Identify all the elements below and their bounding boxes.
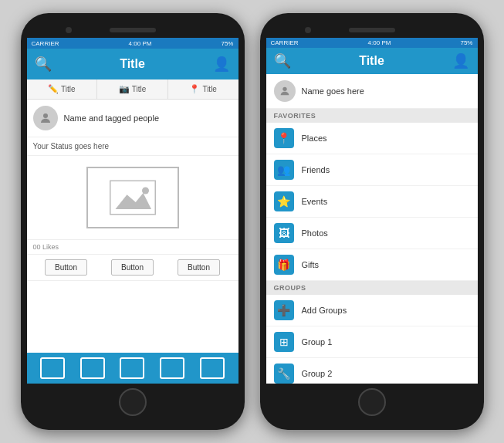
search-icon-1[interactable]: 🔍 [35, 56, 52, 73]
action-btn-2[interactable]: Button [111, 259, 154, 276]
photos-label: Photos [302, 228, 328, 238]
avatar-2 [274, 80, 296, 102]
status-bar-2: CARRIER 4:00 PM 75% [266, 38, 478, 48]
carrier-1: CARRIER [32, 40, 59, 47]
post-area: Name and tagged people [27, 100, 238, 137]
events-icon: ⭐ [274, 191, 294, 211]
group2-icon: 🔧 [274, 364, 294, 384]
image-placeholder [86, 167, 179, 228]
svg-point-4 [282, 87, 286, 91]
menu-group1[interactable]: ⊞ Group 1 [266, 326, 478, 358]
friends-label: Friends [302, 165, 330, 174]
tab-photo[interactable]: 📷 Title [97, 79, 168, 99]
avatar-1 [33, 106, 58, 130]
menu-photos[interactable]: 🖼 Photos [266, 218, 478, 249]
menu-profile: Name goes here [266, 74, 478, 109]
location-icon: 📍 [189, 84, 200, 94]
battery-1: 75% [221, 40, 233, 47]
action-buttons: Button Button Button [27, 255, 238, 281]
search-icon-2[interactable]: 🔍 [274, 52, 291, 69]
menu-add-groups[interactable]: ➕ Add Groups [266, 295, 478, 326]
bottom-tab-4[interactable] [160, 357, 184, 379]
tab-edit[interactable]: ✏️ Title [27, 79, 98, 99]
tab-location[interactable]: 📍 Title [168, 79, 238, 99]
nav-title-2: Title [359, 54, 384, 68]
nav-bar-1: 🔍 Title 👤 [27, 49, 238, 79]
bottom-tab-2[interactable] [80, 357, 105, 379]
bottom-tab-5[interactable] [200, 357, 225, 379]
phone-1: CARRIER 4:00 PM 75% 🔍 Title 👤 ✏️ Title 📷… [21, 13, 245, 430]
menu-places[interactable]: 📍 Places [266, 123, 478, 154]
phone-2: CARRIER 4:00 PM 75% 🔍 Title 👤 Name goes … [260, 13, 484, 430]
add-groups-icon: ➕ [274, 300, 294, 320]
status-bar-1: CARRIER 4:00 PM 75% [27, 38, 238, 49]
section-groups: GROUPS [266, 281, 478, 295]
profile-icon-1[interactable]: 👤 [213, 56, 230, 73]
photos-icon: 🖼 [274, 223, 294, 243]
profile-name: Name goes here [302, 86, 364, 96]
action-btn-3[interactable]: Button [178, 259, 220, 276]
menu-friends[interactable]: 👥 Friends [266, 154, 478, 186]
status-text: Your Status goes here [27, 137, 238, 156]
camera-icon: 📷 [119, 84, 130, 94]
nav-bar-2: 🔍 Title 👤 [266, 48, 478, 74]
bottom-tab-3[interactable] [120, 357, 144, 379]
phone-bottom-2 [266, 384, 478, 421]
gifts-icon: 🎁 [274, 255, 294, 275]
section-favorites: FAVORITES [266, 109, 478, 123]
bottom-tab-1[interactable] [40, 357, 65, 379]
phone-bottom-1 [27, 384, 238, 421]
action-btn-1[interactable]: Button [45, 259, 87, 276]
screen-1: CARRIER 4:00 PM 75% 🔍 Title 👤 ✏️ Title 📷… [27, 38, 238, 384]
edit-icon: ✏️ [48, 84, 59, 94]
camera-2 [305, 27, 311, 33]
group1-label: Group 1 [302, 337, 333, 347]
bottom-tab-bar-1 [27, 353, 238, 384]
profile-icon-2[interactable]: 👤 [452, 52, 469, 69]
post-name: Name and tagged people [64, 113, 160, 123]
speaker-1 [110, 28, 156, 32]
svg-point-0 [43, 113, 48, 118]
phone-top-2 [266, 22, 478, 38]
places-label: Places [302, 134, 327, 143]
events-label: Events [302, 197, 328, 206]
tab-label-2: Title [132, 85, 147, 93]
likes-bar: 00 Likes [27, 239, 238, 255]
battery-2: 75% [460, 39, 472, 46]
home-button-1[interactable] [119, 388, 147, 416]
speaker-2 [349, 28, 395, 32]
group1-icon: ⊞ [274, 332, 294, 352]
add-groups-label: Add Groups [302, 306, 347, 315]
carrier-2: CARRIER [271, 39, 299, 46]
group2-label: Group 2 [302, 369, 333, 378]
time-1: 4:00 PM [129, 40, 152, 47]
svg-point-3 [142, 188, 149, 194]
screen-2: CARRIER 4:00 PM 75% 🔍 Title 👤 Name goes … [266, 38, 478, 384]
tab-label-3: Title [202, 85, 217, 93]
camera-1 [66, 27, 72, 33]
tab-label-1: Title [61, 85, 76, 93]
menu-events[interactable]: ⭐ Events [266, 186, 478, 218]
friends-icon: 👥 [274, 160, 294, 180]
menu-group2[interactable]: 🔧 Group 2 [266, 358, 478, 384]
places-icon: 📍 [274, 128, 294, 148]
tab-bar-1: ✏️ Title 📷 Title 📍 Title [27, 79, 238, 100]
menu-gifts[interactable]: 🎁 Gifts [266, 249, 478, 281]
home-button-2[interactable] [358, 388, 386, 416]
phone-top-1 [27, 22, 238, 38]
svg-rect-1 [110, 181, 155, 215]
nav-title-1: Title [120, 57, 145, 71]
time-2: 4:00 PM [368, 39, 391, 46]
gifts-label: Gifts [302, 260, 320, 269]
